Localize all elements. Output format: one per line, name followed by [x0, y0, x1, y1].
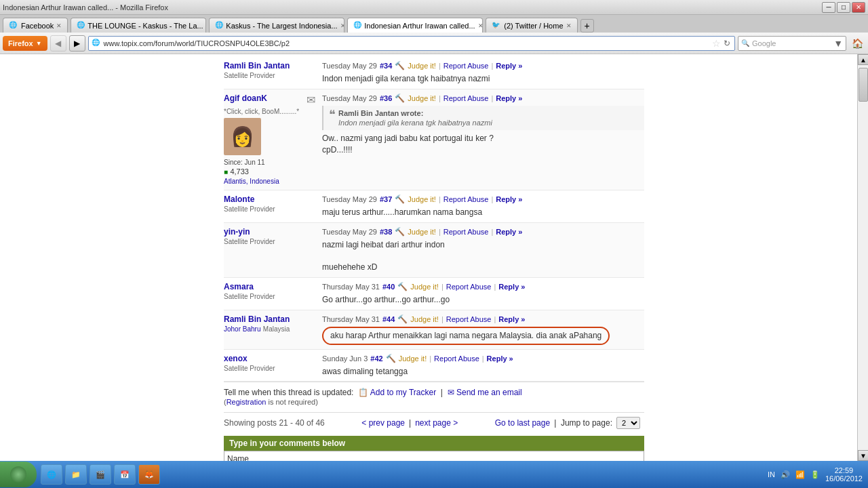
report-link-5[interactable]: Report Abuse [446, 283, 492, 291]
username-5[interactable]: Asmara [224, 282, 254, 291]
tracker-section: Tell me when this thread is updated: 📋 A… [224, 382, 644, 412]
tab-facebook-close[interactable]: ✕ [56, 22, 62, 29]
tab-facebook[interactable]: 🌐 Facebook ✕ [3, 18, 68, 33]
post-text-5: Go arthur...go arthur...go arthur...go [322, 294, 644, 306]
tab-twitter[interactable]: 🐦 (2) Twitter / Home ✕ [486, 18, 577, 33]
username-2[interactable]: Agif doanK [224, 94, 267, 103]
reply-link-4[interactable]: Reply » [496, 228, 522, 236]
post-user-1: Ramli Bin Jantan Satellite Provider [224, 61, 322, 85]
next-page-link[interactable]: next page > [415, 418, 458, 428]
post-header-1: Tuesday May 29 #34 🔨 Judge it! | Report … [322, 61, 644, 70]
judge-link-2[interactable]: Judge it! [408, 94, 436, 102]
username-7[interactable]: xenox [224, 354, 248, 363]
jump-label: | Jump to page: [554, 418, 612, 428]
username-4[interactable]: yin-yin [224, 227, 250, 237]
tab-kaskus-close[interactable]: ✕ [340, 22, 345, 29]
post-date-4: Tuesday May 29 [322, 228, 377, 236]
clock-time: 22:59 [825, 466, 863, 474]
judge-link-4[interactable]: Judge it! [408, 228, 436, 236]
judge-link-1[interactable]: Judge it! [408, 62, 436, 70]
post-header-2: Tuesday May 29 #36 🔨 Judge it! | Report … [322, 94, 644, 103]
taskbar-ie-button[interactable]: 🌐 [41, 464, 62, 485]
judge-gavel-icon-7: 🔨 [386, 354, 396, 363]
judge-link-5[interactable]: Judge it! [410, 283, 439, 291]
tab-kaskus-lounge[interactable]: 🌐 THE LOUNGE - Kaskus - The La... ✕ [71, 18, 206, 33]
message-icon-2[interactable]: ✉ [307, 94, 315, 106]
username-6[interactable]: Ramli Bin Jantan [224, 314, 290, 324]
name-label: Name [227, 454, 641, 461]
search-go-icon[interactable]: ▼ [833, 38, 843, 49]
circled-text-6: aku harap Arthur menaikkan lagi nama neg… [322, 327, 610, 345]
system-clock[interactable]: 22:59 16/06/2012 [825, 466, 863, 483]
back-button[interactable]: ◀ [50, 35, 66, 52]
user-posts-2: 4,733 [230, 167, 249, 176]
bookmark-star-icon[interactable]: ☆ [712, 38, 721, 49]
taskbar-explorer-button[interactable]: 📁 [65, 464, 87, 485]
report-link-6[interactable]: Report Abuse [446, 315, 492, 323]
network-icon[interactable]: 📶 [795, 470, 805, 479]
scroll-up-button[interactable]: ▲ [858, 54, 868, 65]
report-link-2[interactable]: Report Abuse [443, 94, 489, 102]
username-1[interactable]: Ramli Bin Jantan [224, 61, 290, 70]
prev-page-link[interactable]: < prev page [361, 418, 405, 428]
scrollbar-thumb[interactable] [859, 68, 868, 102]
tab-twitter-close[interactable]: ✕ [566, 22, 572, 29]
sep-1: | [439, 62, 441, 70]
judge-link-6[interactable]: Judge it! [410, 315, 439, 323]
reply-link-3[interactable]: Reply » [496, 195, 522, 203]
minimize-button[interactable]: ─ [822, 2, 835, 13]
volume-icon[interactable]: 🔊 [781, 470, 790, 479]
forward-button[interactable]: ▶ [69, 35, 85, 52]
user-sub-5: Satellite Provider [224, 293, 275, 300]
reply-link-5[interactable]: Reply » [498, 283, 525, 291]
taskbar-firefox-button[interactable]: 🦊 [138, 464, 160, 485]
report-link-4[interactable]: Report Abuse [443, 228, 489, 236]
report-link-3[interactable]: Report Abuse [443, 195, 489, 203]
username-3[interactable]: Malonte [224, 195, 254, 204]
tab-arthur[interactable]: 🌐 Indonesian Arthur Irawan called... ✕ [347, 18, 483, 33]
taskbar-unknown-button[interactable]: 📅 [114, 464, 136, 485]
tab-arthur-close[interactable]: ✕ [478, 22, 484, 29]
judge-link-7[interactable]: Judge it! [399, 354, 427, 363]
reply-link-7[interactable]: Reply » [487, 354, 513, 363]
close-button[interactable]: ✕ [852, 2, 865, 13]
home-button[interactable]: 🏠 [849, 35, 865, 52]
sep-13: | [429, 354, 431, 363]
taskbar-wmp-button[interactable]: 🎬 [90, 464, 111, 485]
user-sub-2: *Click, click, BooM.........* [224, 108, 299, 115]
pagination-bar: Showing posts 21 - 40 of 46 < prev page … [224, 412, 644, 433]
reply-link-6[interactable]: Reply » [498, 315, 525, 323]
post-user-4: yin-yin Satellite Provider [224, 227, 322, 273]
reply-link-1[interactable]: Reply » [496, 62, 522, 70]
battery-icon[interactable]: 🔋 [810, 470, 820, 479]
reload-icon[interactable]: ↻ [724, 39, 730, 48]
taskbar: 🌐 📁 🎬 📅 🦊 IN 🔊 📶 🔋 22:59 16/06/2012 [0, 461, 868, 488]
post-user-5: Asmara Satellite Provider [224, 282, 322, 306]
report-link-7[interactable]: Report Abuse [434, 354, 479, 363]
address-bar[interactable]: 🌐 www.topix.com/forum/world/TIUCROSNPU4O… [88, 36, 735, 51]
search-bar[interactable]: 🔍 Google ▼ [738, 36, 846, 51]
last-page-link[interactable]: Go to last page [495, 418, 550, 428]
post-header-7: Sunday Jun 3 #42 🔨 Judge it! | Report Ab… [322, 354, 644, 363]
page-select[interactable]: 2 1 [616, 417, 640, 429]
maximize-button[interactable]: □ [837, 2, 850, 13]
add-tracker-icon: 📋 [358, 388, 368, 397]
post-user-3: Malonte Satellite Provider [224, 195, 322, 218]
user-location-2[interactable]: Atlantis, Indonesia [224, 178, 279, 185]
tab-kaskus-lounge-close[interactable]: ✕ [206, 22, 207, 29]
report-link-1[interactable]: Report Abuse [443, 62, 489, 70]
sep-4: | [491, 94, 493, 102]
email-link[interactable]: Send me an email [456, 388, 522, 397]
reply-link-2[interactable]: Reply » [496, 94, 522, 102]
user-location-6[interactable]: Johor Bahru [224, 325, 260, 333]
user-sub-3: Satellite Provider [224, 205, 275, 213]
tab-kaskus[interactable]: 🌐 Kaskus - The Largest Indonesia... ✕ [209, 18, 344, 33]
registration-link[interactable]: Registration [226, 398, 267, 406]
firefox-menu-button[interactable]: Firefox ▼ [3, 36, 47, 51]
add-tracker-link[interactable]: Add to my Tracker [370, 388, 436, 397]
scroll-down-button[interactable]: ▼ [858, 450, 868, 461]
start-button[interactable] [0, 462, 37, 487]
judge-link-3[interactable]: Judge it! [408, 195, 436, 203]
post-content-4: Tuesday May 29 #38 🔨 Judge it! | Report … [322, 227, 644, 273]
new-tab-button[interactable]: + [580, 19, 594, 33]
